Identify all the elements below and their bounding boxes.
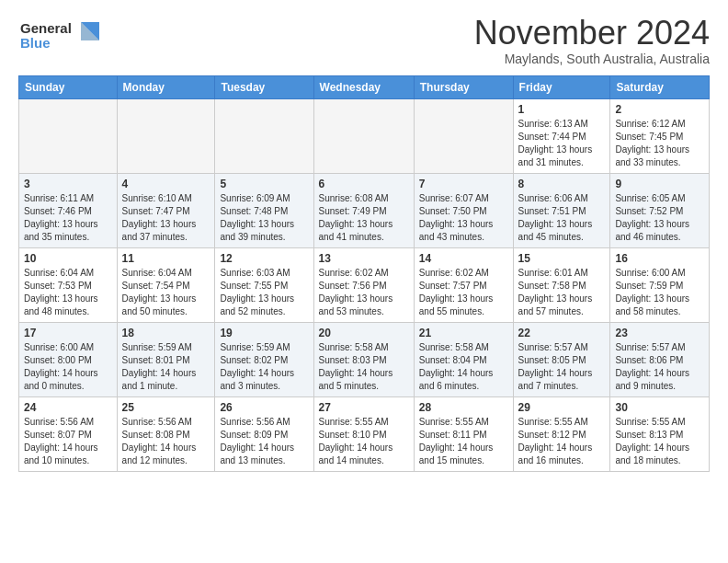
day-info: Sunrise: 6:03 AM Sunset: 7:55 PM Dayligh… [220,267,308,318]
day-info: Sunrise: 6:13 AM Sunset: 7:44 PM Dayligh… [518,118,606,169]
calendar-week-row: 17Sunrise: 6:00 AM Sunset: 8:00 PM Dayli… [19,322,710,396]
subtitle: Maylands, South Australia, Australia [474,52,710,66]
day-info: Sunrise: 5:58 AM Sunset: 8:03 PM Dayligh… [319,341,409,393]
calendar-header-row: SundayMondayTuesdayWednesdayThursdayFrid… [19,75,710,98]
logo: General Blue [18,15,101,59]
calendar-cell: 1Sunrise: 6:13 AM Sunset: 7:44 PM Daylig… [513,98,610,173]
day-info: Sunrise: 5:55 AM Sunset: 8:10 PM Dayligh… [319,416,409,467]
col-header-sunday: Sunday [19,75,118,98]
calendar-cell: 13Sunrise: 6:02 AM Sunset: 7:56 PM Dayli… [313,247,414,322]
calendar-cell [19,98,118,173]
day-info: Sunrise: 5:59 AM Sunset: 8:01 PM Dayligh… [122,341,210,393]
calendar-cell: 10Sunrise: 6:04 AM Sunset: 7:53 PM Dayli… [19,247,118,322]
col-header-wednesday: Wednesday [313,75,414,98]
day-info: Sunrise: 5:58 AM Sunset: 8:04 PM Dayligh… [419,341,508,393]
main-title: November 2024 [474,15,710,52]
calendar-cell: 14Sunrise: 6:02 AM Sunset: 7:57 PM Dayli… [414,247,513,322]
col-header-thursday: Thursday [414,75,513,98]
header: General Blue November 2024 Maylands, Sou… [18,15,710,66]
day-number: 22 [518,327,606,339]
calendar-cell [215,98,313,173]
day-number: 21 [419,327,508,339]
calendar-cell: 21Sunrise: 5:58 AM Sunset: 8:04 PM Dayli… [414,322,513,396]
day-info: Sunrise: 6:06 AM Sunset: 7:51 PM Dayligh… [518,192,606,244]
calendar-cell: 16Sunrise: 6:00 AM Sunset: 7:59 PM Dayli… [610,247,710,322]
calendar-cell [313,98,414,173]
day-info: Sunrise: 5:59 AM Sunset: 8:02 PM Dayligh… [220,341,308,393]
logo-svg: General Blue [18,15,101,55]
calendar-cell: 5Sunrise: 6:09 AM Sunset: 7:48 PM Daylig… [215,173,313,247]
day-info: Sunrise: 6:00 AM Sunset: 8:00 PM Dayligh… [24,341,112,393]
day-number: 18 [122,327,210,339]
calendar-cell: 2Sunrise: 6:12 AM Sunset: 7:45 PM Daylig… [610,98,710,173]
day-info: Sunrise: 5:56 AM Sunset: 8:09 PM Dayligh… [220,416,308,467]
page: General Blue November 2024 Maylands, Sou… [0,0,728,481]
day-number: 6 [319,178,409,190]
col-header-saturday: Saturday [610,75,710,98]
day-info: Sunrise: 6:09 AM Sunset: 7:48 PM Dayligh… [220,192,308,244]
calendar-week-row: 1Sunrise: 6:13 AM Sunset: 7:44 PM Daylig… [19,98,710,173]
day-number: 3 [24,178,112,190]
day-info: Sunrise: 5:55 AM Sunset: 8:11 PM Dayligh… [419,416,508,467]
calendar-cell: 3Sunrise: 6:11 AM Sunset: 7:46 PM Daylig… [19,173,118,247]
day-number: 2 [615,103,704,116]
day-info: Sunrise: 6:04 AM Sunset: 7:53 PM Dayligh… [24,267,112,318]
col-header-monday: Monday [117,75,215,98]
calendar-cell: 26Sunrise: 5:56 AM Sunset: 8:09 PM Dayli… [215,396,313,471]
day-info: Sunrise: 5:56 AM Sunset: 8:08 PM Dayligh… [122,416,210,467]
calendar-cell: 18Sunrise: 5:59 AM Sunset: 8:01 PM Dayli… [117,322,215,396]
calendar-week-row: 3Sunrise: 6:11 AM Sunset: 7:46 PM Daylig… [19,173,710,247]
day-number: 13 [319,252,409,265]
calendar-cell: 22Sunrise: 5:57 AM Sunset: 8:05 PM Dayli… [513,322,610,396]
day-number: 23 [615,327,704,339]
day-number: 12 [220,252,308,265]
day-number: 9 [615,178,704,190]
calendar-week-row: 10Sunrise: 6:04 AM Sunset: 7:53 PM Dayli… [19,247,710,322]
calendar-cell: 7Sunrise: 6:07 AM Sunset: 7:50 PM Daylig… [414,173,513,247]
day-info: Sunrise: 5:56 AM Sunset: 8:07 PM Dayligh… [24,416,112,467]
calendar-cell: 9Sunrise: 6:05 AM Sunset: 7:52 PM Daylig… [610,173,710,247]
calendar-cell: 4Sunrise: 6:10 AM Sunset: 7:47 PM Daylig… [117,173,215,247]
calendar-cell [117,98,215,173]
day-number: 29 [518,401,606,414]
day-info: Sunrise: 6:07 AM Sunset: 7:50 PM Dayligh… [419,192,508,244]
day-info: Sunrise: 5:55 AM Sunset: 8:12 PM Dayligh… [518,416,606,467]
title-block: November 2024 Maylands, South Australia,… [474,15,710,66]
day-number: 26 [220,401,308,414]
calendar-cell: 27Sunrise: 5:55 AM Sunset: 8:10 PM Dayli… [313,396,414,471]
calendar-cell: 23Sunrise: 5:57 AM Sunset: 8:06 PM Dayli… [610,322,710,396]
day-info: Sunrise: 5:57 AM Sunset: 8:05 PM Dayligh… [518,341,606,393]
day-number: 5 [220,178,308,190]
col-header-tuesday: Tuesday [215,75,313,98]
calendar-week-row: 24Sunrise: 5:56 AM Sunset: 8:07 PM Dayli… [19,396,710,471]
calendar-cell: 28Sunrise: 5:55 AM Sunset: 8:11 PM Dayli… [414,396,513,471]
day-number: 25 [122,401,210,414]
day-number: 27 [319,401,409,414]
day-number: 1 [518,103,606,116]
calendar-table: SundayMondayTuesdayWednesdayThursdayFrid… [18,75,710,472]
day-number: 7 [419,178,508,190]
day-number: 10 [24,252,112,265]
day-info: Sunrise: 5:57 AM Sunset: 8:06 PM Dayligh… [615,341,704,393]
calendar-cell: 30Sunrise: 5:55 AM Sunset: 8:13 PM Dayli… [610,396,710,471]
day-number: 17 [24,327,112,339]
calendar-cell: 24Sunrise: 5:56 AM Sunset: 8:07 PM Dayli… [19,396,118,471]
day-number: 11 [122,252,210,265]
calendar-cell: 29Sunrise: 5:55 AM Sunset: 8:12 PM Dayli… [513,396,610,471]
day-info: Sunrise: 6:04 AM Sunset: 7:54 PM Dayligh… [122,267,210,318]
day-number: 30 [615,401,704,414]
day-info: Sunrise: 6:00 AM Sunset: 7:59 PM Dayligh… [615,267,704,318]
day-number: 15 [518,252,606,265]
day-info: Sunrise: 6:12 AM Sunset: 7:45 PM Dayligh… [615,118,704,169]
calendar-cell: 19Sunrise: 5:59 AM Sunset: 8:02 PM Dayli… [215,322,313,396]
calendar-cell [414,98,513,173]
day-info: Sunrise: 6:05 AM Sunset: 7:52 PM Dayligh… [615,192,704,244]
day-info: Sunrise: 6:11 AM Sunset: 7:46 PM Dayligh… [24,192,112,244]
day-number: 20 [319,327,409,339]
day-number: 14 [419,252,508,265]
day-info: Sunrise: 6:01 AM Sunset: 7:58 PM Dayligh… [518,267,606,318]
day-info: Sunrise: 6:02 AM Sunset: 7:57 PM Dayligh… [419,267,508,318]
day-number: 16 [615,252,704,265]
calendar-cell: 15Sunrise: 6:01 AM Sunset: 7:58 PM Dayli… [513,247,610,322]
svg-text:Blue: Blue [20,35,51,51]
